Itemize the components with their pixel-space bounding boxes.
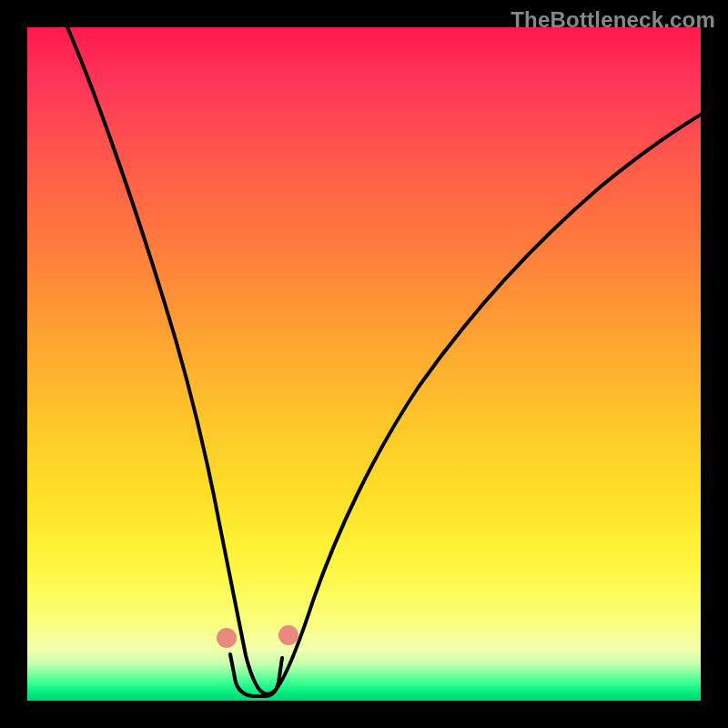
optimal-point-right	[278, 625, 298, 645]
curve-path	[67, 27, 701, 694]
bottleneck-curve	[27, 27, 701, 701]
optimal-range-marker	[230, 654, 282, 696]
chart-frame: TheBottleneck.com	[0, 0, 728, 728]
optimal-point-left	[217, 628, 237, 648]
plot-area	[27, 27, 701, 701]
